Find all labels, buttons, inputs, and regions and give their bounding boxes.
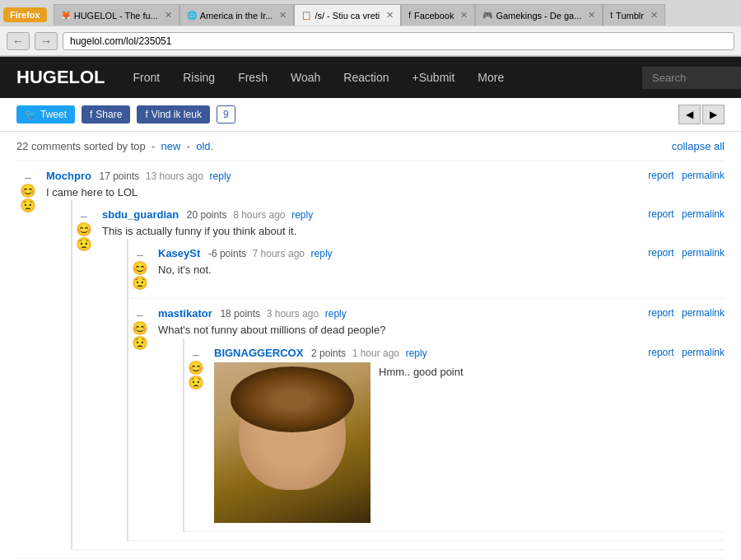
search-input[interactable]: [642, 67, 741, 89]
nav-front[interactable]: Front: [122, 57, 172, 98]
permalink-1[interactable]: permalink: [682, 170, 725, 181]
text-3: No, it's not.: [158, 263, 725, 278]
downvote-icon-1[interactable]: 😟: [20, 199, 36, 212]
comment-image-5: [214, 362, 370, 523]
address-bar[interactable]: [63, 32, 734, 50]
comment-meta-2: report permalink sbdu_guardian 20 points…: [102, 208, 725, 221]
next-arrow[interactable]: ▶: [702, 105, 725, 124]
tab-facebook[interactable]: fFacebook✕: [401, 4, 475, 26]
comment-body-3: report permalink KaseySt -6 points 7 hou…: [151, 247, 725, 290]
comments-count: 22 comments sorted by top - new - old.: [16, 140, 213, 152]
permalink-5[interactable]: permalink: [682, 347, 725, 358]
author-mochpro[interactable]: Mochpro: [46, 170, 91, 182]
permalink-3[interactable]: permalink: [682, 247, 725, 259]
time-2: 8 hours ago: [233, 209, 285, 221]
nav-arrows: ◀ ▶: [678, 105, 725, 124]
firefox-button[interactable]: Firefox: [3, 7, 47, 22]
author-sbdu[interactable]: sbdu_guardian: [102, 208, 179, 221]
points-3: -6 points: [208, 248, 246, 259]
downvote-icon-3[interactable]: 😟: [132, 277, 148, 290]
report-5[interactable]: report: [648, 347, 673, 358]
sort-old[interactable]: old: [196, 140, 210, 152]
points-4: 18 points: [220, 308, 260, 320]
reply-1[interactable]: reply: [210, 170, 231, 182]
nav-reaction[interactable]: Reaction: [332, 57, 400, 98]
downvote-icon-5[interactable]: 😟: [188, 376, 204, 390]
vote-col-1: – 😊 😟: [16, 170, 40, 550]
permalink-4[interactable]: permalink: [682, 307, 725, 319]
downvote-icon-2[interactable]: 😟: [76, 238, 92, 251]
reply-2[interactable]: reply: [291, 209, 313, 221]
prev-arrow[interactable]: ◀: [678, 105, 701, 124]
author-bignagger[interactable]: BIGNAGGERCOX: [214, 347, 303, 359]
vote-dash-2: –: [81, 210, 87, 222]
reply-3[interactable]: reply: [311, 248, 333, 259]
text-1: I came here to LOL: [46, 185, 725, 200]
facebook-share-icon: f: [90, 109, 92, 120]
tweet-button[interactable]: 🐦 Tweet: [16, 105, 75, 124]
report-2[interactable]: report: [648, 208, 673, 220]
browser-navbar: ← →: [0, 26, 741, 56]
time-4: 3 hours ago: [267, 308, 319, 320]
comment-body-1: report permalink Mochpro 17 points 13 ho…: [40, 170, 725, 550]
forward-button[interactable]: →: [35, 32, 58, 50]
comment-actions-1: report permalink: [643, 170, 725, 181]
browser-chrome: Firefox 🦊HUGELOL - The fu...✕ 🌐America i…: [0, 0, 741, 57]
permalink-2[interactable]: permalink: [682, 208, 725, 220]
upvote-icon-2[interactable]: 😊: [76, 223, 92, 236]
report-1[interactable]: report: [648, 170, 673, 181]
vote-dash-5: –: [193, 348, 199, 360]
vote-col-4: – 😊 😟: [128, 307, 151, 531]
comment-actions-4: report permalink: [643, 307, 725, 319]
like-button[interactable]: f Vind ik leuk: [137, 105, 210, 124]
nav-more[interactable]: More: [466, 57, 515, 98]
tab-america[interactable]: 🌐America in the Ir...✕: [179, 4, 295, 26]
tab-stiu[interactable]: 📋/s/ - Stiu ca vreti✕: [294, 4, 401, 26]
time-1: 13 hours ago: [146, 170, 203, 182]
upvote-icon-1[interactable]: 😊: [20, 184, 36, 198]
girl-image: [214, 362, 370, 523]
comment-meta-3: report permalink KaseySt -6 points 7 hou…: [158, 247, 725, 259]
upvote-icon-4[interactable]: 😊: [132, 322, 148, 335]
text-2: This is actually funny if you think abou…: [102, 224, 725, 239]
nav-fresh[interactable]: Fresh: [226, 57, 279, 98]
vote-dash-4: –: [137, 309, 143, 320]
tab-gamekings[interactable]: 🎮Gamekings - De ga...✕: [475, 4, 603, 26]
comment-mochpro: – 😊 😟 report permalink Mochpro 17 points…: [16, 161, 725, 559]
points-1: 17 points: [100, 170, 140, 182]
time-3: 7 hours ago: [253, 248, 305, 259]
facebook-like-icon: f: [145, 109, 147, 120]
nav-woah[interactable]: Woah: [279, 57, 332, 98]
comments-section: 22 comments sorted by top - new - old. c…: [0, 132, 741, 560]
back-button[interactable]: ←: [7, 32, 30, 50]
like-count: 9: [217, 105, 235, 124]
nested-comment-bignagger: – 😊 😟 report: [183, 338, 725, 532]
upvote-icon-3[interactable]: 😊: [132, 262, 148, 275]
reply-5[interactable]: reply: [406, 348, 427, 359]
tab-tumblr[interactable]: tTumblr✕: [603, 4, 665, 26]
downvote-icon-4[interactable]: 😟: [132, 337, 148, 350]
comment-kasey: – 😊 😟 report permalink: [128, 239, 725, 299]
sort-new[interactable]: new: [161, 140, 181, 152]
tab-hugelol[interactable]: 🦊HUGELOL - The fu...✕: [54, 4, 179, 26]
upvote-icon-5[interactable]: 😊: [188, 362, 204, 375]
site-logo[interactable]: HUGELOL: [0, 67, 122, 88]
comment-content-5: Hmm.. good point: [214, 362, 725, 523]
nested-comment-kasey: – 😊 😟 report permalink: [127, 239, 725, 299]
nav-rising[interactable]: Rising: [171, 57, 226, 98]
tab-bar: 🦊HUGELOL - The fu...✕ 🌐America in the Ir…: [54, 4, 738, 26]
comment-meta-4: report permalink mastikator 18 points 3 …: [158, 307, 725, 320]
author-kasey[interactable]: KaseySt: [158, 247, 200, 259]
reply-4[interactable]: reply: [325, 308, 347, 320]
author-mastikator[interactable]: mastikator: [158, 307, 212, 320]
comment-actions-5: report permalink: [643, 347, 725, 358]
nav-submit[interactable]: +Submit: [401, 57, 467, 98]
report-4[interactable]: report: [648, 307, 673, 319]
comment-body-4: report permalink mastikator 18 points 3 …: [151, 307, 725, 531]
report-3[interactable]: report: [648, 247, 673, 259]
share-button[interactable]: f Share: [82, 105, 130, 124]
site-header: HUGELOL Front Rising Fresh Woah Reaction…: [0, 57, 741, 98]
comment-sbdu: – 😊 😟 report permalink sbdu_guardian 20 …: [72, 200, 725, 549]
twitter-icon: 🐦: [25, 109, 37, 120]
collapse-all[interactable]: collapse all: [672, 140, 725, 152]
